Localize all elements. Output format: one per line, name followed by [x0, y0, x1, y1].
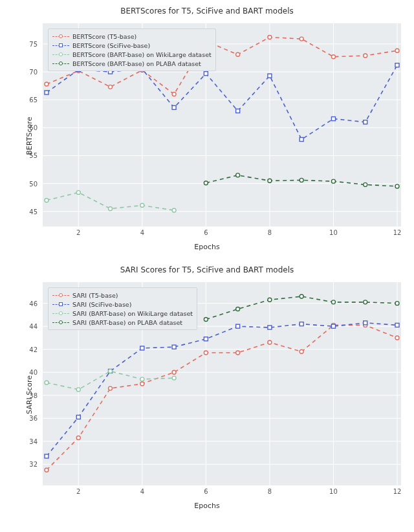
- legend-swatch: [52, 51, 69, 58]
- x-tick-label: 8: [268, 229, 272, 236]
- x-tick-label: 8: [268, 488, 272, 495]
- svg-point-70: [268, 340, 272, 344]
- svg-point-67: [172, 370, 176, 374]
- svg-point-88: [76, 388, 80, 392]
- svg-point-98: [395, 302, 399, 305]
- legend-swatch: [52, 33, 69, 39]
- svg-rect-82: [268, 326, 272, 329]
- svg-point-23: [364, 54, 367, 58]
- legend-swatch: [52, 310, 69, 316]
- legend-swatch: [52, 301, 69, 307]
- svg-point-48: [395, 184, 399, 188]
- x-tick-label: 12: [393, 488, 402, 495]
- legend: SARI (T5-base)SARI (SciFive-base)SARI (B…: [48, 287, 197, 330]
- svg-rect-35: [364, 120, 367, 124]
- x-tick-label: 6: [204, 488, 208, 495]
- svg-rect-75: [45, 454, 49, 458]
- y-tick-label: 50: [29, 180, 38, 187]
- legend-item: SARI (BART-base) on WikiLarge dataset: [52, 309, 193, 318]
- svg-rect-81: [236, 324, 240, 328]
- svg-point-89: [109, 369, 113, 373]
- svg-point-41: [172, 208, 176, 212]
- x-tick-label: 10: [329, 488, 338, 495]
- legend-item: SARI (SciFive-base): [52, 300, 193, 309]
- svg-rect-34: [331, 117, 335, 121]
- plot-outer: SARI Score 3234363840424446 SARI (T5-bas…: [6, 278, 408, 511]
- svg-point-69: [236, 351, 240, 355]
- y-tick-label: 70: [29, 69, 38, 76]
- svg-point-38: [76, 190, 80, 194]
- svg-point-97: [364, 300, 367, 304]
- svg-point-21: [300, 37, 303, 41]
- svg-point-92: [204, 318, 208, 322]
- legend-item: BERTScore (T5-base): [52, 32, 212, 41]
- svg-rect-80: [204, 337, 208, 341]
- x-tick-label: 12: [393, 229, 402, 236]
- svg-point-19: [236, 52, 240, 56]
- x-tick-label: 6: [204, 229, 208, 236]
- svg-point-96: [331, 300, 335, 304]
- sari-chart: SARI Scores for T5, SciFive and BART mod…: [6, 265, 408, 511]
- legend-item: SARI (T5-base): [52, 291, 193, 300]
- svg-rect-85: [364, 321, 367, 325]
- svg-point-93: [236, 307, 240, 311]
- x-axis-label: Epochs: [194, 243, 219, 251]
- legend-item: BERTScore (SciFive-base): [52, 41, 212, 50]
- svg-point-63: [45, 468, 49, 472]
- svg-point-43: [236, 173, 240, 177]
- legend-label: BERTScore (T5-base): [72, 33, 136, 40]
- svg-point-87: [45, 381, 49, 384]
- svg-point-13: [45, 82, 49, 86]
- svg-point-94: [268, 298, 272, 302]
- x-tick-label: 4: [140, 229, 144, 236]
- legend-swatch: [52, 292, 69, 298]
- svg-point-44: [268, 179, 272, 183]
- svg-point-45: [300, 178, 303, 182]
- svg-rect-32: [268, 74, 272, 78]
- legend-label: BERTScore (SciFive-base): [72, 42, 150, 49]
- svg-point-42: [204, 181, 208, 185]
- svg-rect-29: [172, 105, 176, 109]
- y-tick-label: 55: [29, 152, 38, 159]
- svg-point-15: [109, 85, 113, 89]
- svg-point-47: [364, 183, 367, 186]
- bertscore-chart: BERTScores for T5, SciFive and BART mode…: [6, 6, 408, 252]
- y-tick-label: 42: [29, 346, 38, 353]
- svg-point-39: [109, 206, 113, 210]
- svg-point-40: [140, 203, 144, 207]
- chart-title: BERTScores for T5, SciFive and BART mode…: [6, 6, 408, 16]
- legend-item: SARI (BART-base) on PLABA dataset: [52, 318, 193, 327]
- legend: BERTScore (T5-base)BERTScore (SciFive-ba…: [48, 28, 216, 71]
- svg-rect-78: [140, 346, 144, 350]
- x-tick-label: 10: [329, 229, 338, 236]
- svg-rect-79: [172, 345, 176, 349]
- svg-rect-30: [204, 72, 208, 76]
- plot-outer: BERTScore 45505560657075 BERTScore (T5-b…: [6, 19, 408, 252]
- svg-point-22: [331, 55, 335, 59]
- plot-area: SARI (T5-base)SARI (SciFive-base)SARI (B…: [43, 282, 401, 485]
- svg-rect-25: [45, 91, 49, 94]
- x-tick-label: 4: [140, 488, 144, 495]
- x-tick-label: 2: [76, 229, 80, 236]
- legend-label: SARI (T5-base): [72, 292, 118, 299]
- svg-point-20: [268, 36, 272, 39]
- svg-point-68: [204, 351, 208, 355]
- legend-swatch: [52, 60, 69, 67]
- x-axis-label: Epochs: [194, 502, 219, 510]
- y-ticks: 45505560657075: [6, 23, 40, 227]
- y-tick-label: 46: [29, 300, 38, 307]
- y-tick-label: 45: [29, 208, 38, 215]
- y-tick-label: 40: [29, 369, 38, 376]
- svg-rect-36: [395, 63, 399, 67]
- legend-label: SARI (BART-base) on PLABA dataset: [72, 319, 182, 326]
- svg-point-17: [172, 93, 176, 96]
- svg-point-71: [300, 349, 303, 353]
- svg-rect-31: [236, 109, 240, 113]
- y-ticks: 3234363840424446: [6, 282, 40, 485]
- y-tick-label: 32: [29, 461, 38, 468]
- svg-point-37: [45, 198, 49, 202]
- plot-area: BERTScore (T5-base)BERTScore (SciFive-ba…: [43, 23, 401, 227]
- y-tick-label: 60: [29, 124, 38, 131]
- x-tick-label: 2: [76, 488, 80, 495]
- svg-point-46: [331, 179, 335, 183]
